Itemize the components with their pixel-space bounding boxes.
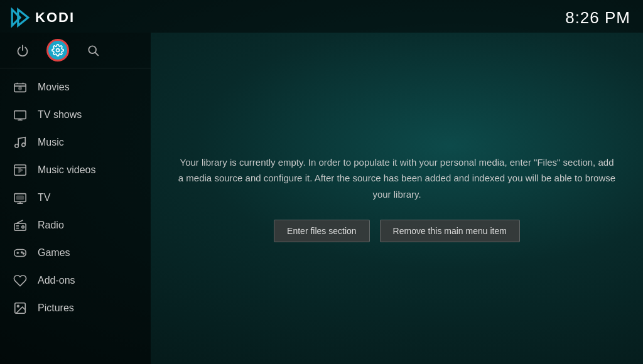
tv-shows-icon [13, 107, 28, 122]
sidebar-item-add-ons-label: Add-ons [38, 275, 75, 286]
music-icon [13, 135, 28, 150]
enter-files-section-button[interactable]: Enter files section [274, 220, 370, 242]
svg-rect-7 [14, 111, 26, 119]
sidebar-item-tv-shows-label: TV shows [38, 109, 82, 120]
svg-point-6 [19, 87, 22, 90]
sidebar-icons-row [0, 33, 151, 68]
top-bar-left: KODI [10, 8, 75, 28]
sidebar-item-add-ons[interactable]: Add-ons [0, 267, 151, 294]
sidebar-item-tv[interactable]: TV [0, 184, 151, 211]
svg-point-24 [23, 253, 24, 254]
svg-point-26 [17, 305, 19, 307]
remove-menu-item-button[interactable]: Remove this main menu item [380, 220, 520, 242]
svg-point-23 [21, 252, 23, 253]
tv-icon [13, 190, 28, 205]
movies-icon [13, 80, 28, 95]
sidebar-item-music-videos-label: Music videos [38, 164, 95, 176]
settings-button[interactable] [46, 39, 69, 62]
library-empty-box: Your library is currently empty. In orde… [177, 154, 617, 243]
content-area: Your library is currently empty. In orde… [151, 33, 643, 364]
library-empty-message: Your library is currently empty. In orde… [177, 154, 617, 203]
sidebar-item-music-label: Music [38, 137, 64, 148]
sidebar-item-radio-label: Radio [38, 220, 64, 231]
top-bar: KODI 8:26 PM [0, 0, 643, 33]
svg-point-2 [57, 49, 60, 52]
svg-point-11 [22, 143, 26, 147]
power-button[interactable] [11, 39, 34, 62]
sidebar-item-music-videos[interactable]: Music videos [0, 156, 151, 184]
svg-rect-17 [17, 196, 24, 200]
library-actions: Enter files section Remove this main men… [177, 220, 617, 242]
kodi-logo-icon [10, 8, 30, 28]
svg-point-19 [22, 226, 24, 228]
svg-point-10 [15, 144, 19, 148]
pictures-icon [13, 301, 28, 316]
kodi-logo: KODI [10, 8, 75, 28]
sidebar-item-music[interactable]: Music [0, 129, 151, 156]
sidebar-item-pictures-label: Pictures [38, 302, 74, 314]
main-layout: Movies TV shows [0, 33, 643, 364]
music-videos-icon [13, 163, 28, 178]
sidebar-nav: Movies TV shows [0, 73, 151, 359]
sidebar-item-pictures[interactable]: Pictures [0, 294, 151, 322]
app-title: KODI [35, 9, 75, 26]
sidebar-item-movies-label: Movies [38, 82, 70, 93]
sidebar-item-tv-shows[interactable]: TV shows [0, 101, 151, 129]
sidebar-item-tv-label: TV [38, 192, 50, 203]
app-container: KODI 8:26 PM [0, 0, 643, 364]
svg-line-4 [95, 53, 99, 56]
add-ons-icon [13, 273, 28, 288]
clock: 8:26 PM [565, 8, 630, 28]
sidebar-item-movies[interactable]: Movies [0, 73, 151, 101]
sidebar-item-games[interactable]: Games [0, 239, 151, 267]
sidebar-item-games-label: Games [38, 247, 70, 259]
sidebar: Movies TV shows [0, 33, 151, 364]
games-icon [13, 245, 28, 260]
sidebar-item-radio[interactable]: Radio [0, 211, 151, 239]
search-button[interactable] [82, 39, 104, 62]
radio-icon [13, 218, 28, 233]
